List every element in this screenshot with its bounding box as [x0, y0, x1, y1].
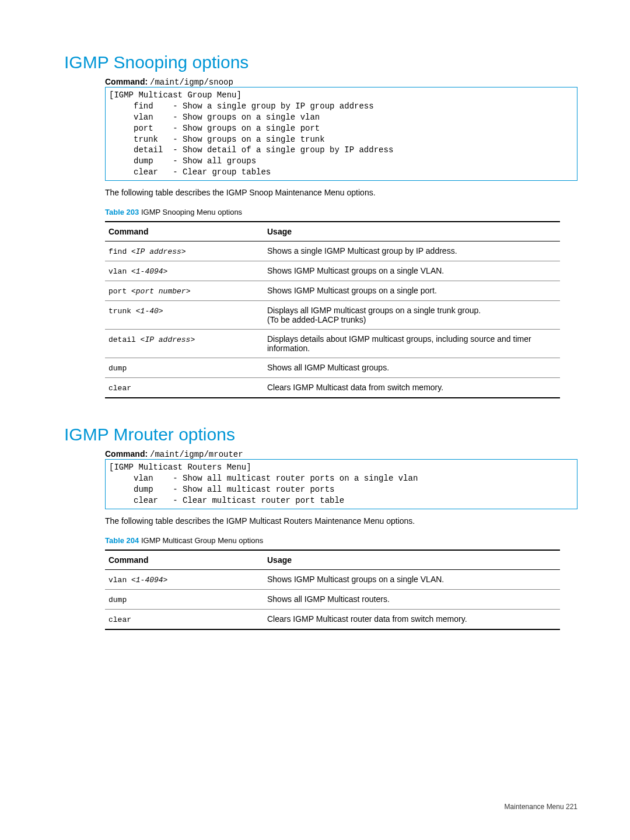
cmd-text: vlan — [108, 576, 131, 584]
command-line-mrouter: Command: /maint/igmp/mrouter — [105, 449, 578, 459]
table-intro-snoop: The following table describes the IGMP S… — [105, 188, 578, 197]
menu-box-snoop: [IGMP Multicast Group Menu] find - Show … — [105, 87, 578, 181]
table-row: port <port number> Shows IGMP Multicast … — [105, 281, 560, 301]
cmd-arg: <1-40> — [136, 307, 163, 316]
cmd-text: dump — [108, 596, 127, 604]
table-row: find <IP address> Shows a single IGMP Mu… — [105, 242, 560, 261]
col-header-usage: Usage — [264, 222, 560, 242]
cmd-text: detail — [108, 335, 141, 344]
table-number: Table 203 — [105, 208, 139, 216]
table-number: Table 204 — [105, 536, 139, 545]
table-intro-mrouter: The following table describes the IGMP M… — [105, 516, 578, 526]
col-header-command: Command — [105, 222, 264, 242]
usage-text: Clears IGMP Multicast data from switch m… — [264, 378, 560, 398]
cmd-text: dump — [108, 364, 127, 373]
table-caption-204: Table 204 IGMP Multicast Group Menu opti… — [105, 536, 578, 545]
usage-text: Shows IGMP Multicast groups on a single … — [264, 569, 560, 589]
cmd-arg: <port number> — [131, 287, 190, 296]
command-line-snoop: Command: /maint/igmp/snoop — [105, 77, 578, 87]
usage-text: Clears IGMP Multicast router data from s… — [264, 609, 560, 629]
table-row: clear Clears IGMP Multicast data from sw… — [105, 378, 560, 398]
usage-text: Shows IGMP Multicast groups on a single … — [264, 261, 560, 281]
usage-text: Shows all IGMP Multicast groups. — [264, 358, 560, 378]
table-row: dump Shows all IGMP Multicast groups. — [105, 358, 560, 378]
page-footer: Maintenance Menu 221 — [505, 803, 578, 811]
cmd-text: find — [108, 247, 131, 256]
cmd-text: clear — [108, 615, 131, 624]
col-header-usage: Usage — [264, 550, 560, 570]
table-row: trunk <1-40> Displays all IGMP multicast… — [105, 301, 560, 330]
cmd-arg: <IP address> — [141, 335, 195, 344]
mrouter-options-table: Command Usage vlan <1-4094> Shows IGMP M… — [105, 550, 560, 630]
cmd-text: trunk — [108, 307, 136, 316]
snooping-options-table: Command Usage find <IP address> Shows a … — [105, 221, 560, 398]
usage-text: Shows all IGMP Multicast routers. — [264, 589, 560, 609]
command-label: Command: — [105, 77, 148, 86]
usage-text: Shows IGMP Multicast groups on a single … — [264, 281, 560, 301]
menu-box-mrouter: [IGMP Multicast Routers Menu] vlan - Sho… — [105, 459, 578, 509]
table-caption-203: Table 203 IGMP Snooping Menu options — [105, 208, 578, 216]
command-label: Command: — [105, 449, 148, 459]
table-row: clear Clears IGMP Multicast router data … — [105, 609, 560, 629]
cmd-arg: <1-4094> — [131, 576, 167, 584]
usage-text: Displays details about IGMP multicast gr… — [264, 330, 560, 358]
section-heading-snooping: IGMP Snooping options — [64, 52, 578, 72]
cmd-text: vlan — [108, 267, 131, 276]
section-heading-mrouter: IGMP Mrouter options — [64, 425, 578, 444]
table-row: detail <IP address> Displays details abo… — [105, 330, 560, 358]
usage-text: Shows a single IGMP Multicast group by I… — [264, 242, 560, 261]
table-row: vlan <1-4094> Shows IGMP Multicast group… — [105, 569, 560, 589]
cmd-text: port — [108, 287, 131, 296]
cmd-arg: <IP address> — [131, 247, 186, 256]
cmd-text: clear — [108, 384, 131, 393]
cmd-arg: <1-4094> — [131, 267, 167, 276]
col-header-command: Command — [105, 550, 264, 570]
table-title: IGMP Multicast Group Menu options — [139, 536, 263, 545]
command-path: /maint/igmp/mrouter — [150, 450, 243, 459]
usage-text: Displays all IGMP multicast groups on a … — [264, 301, 560, 330]
table-title: IGMP Snooping Menu options — [139, 208, 242, 216]
page: IGMP Snooping options Command: /maint/ig… — [0, 0, 630, 840]
command-path: /maint/igmp/snoop — [150, 78, 233, 87]
table-row: vlan <1-4094> Shows IGMP Multicast group… — [105, 261, 560, 281]
table-row: dump Shows all IGMP Multicast routers. — [105, 589, 560, 609]
